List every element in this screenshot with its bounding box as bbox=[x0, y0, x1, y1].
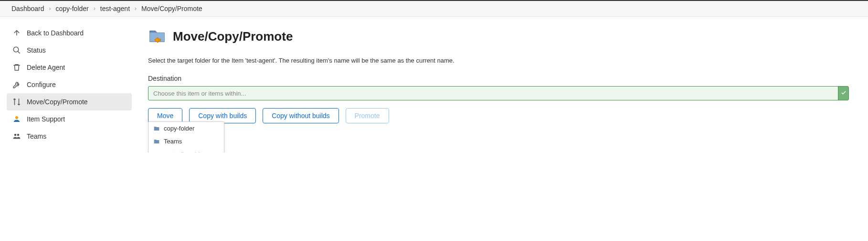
action-buttons: Move Copy with builds Copy without build… bbox=[148, 108, 849, 123]
sidebar-item-delete[interactable]: Delete Agent bbox=[7, 59, 132, 76]
breadcrumb-item-dashboard[interactable]: Dashboard bbox=[11, 5, 44, 12]
server-icon bbox=[153, 151, 160, 153]
sidebar-item-label: Back to Dashboard bbox=[27, 29, 84, 37]
dropdown-item-label: copy-folder bbox=[164, 125, 194, 132]
svg-point-0 bbox=[13, 47, 19, 52]
chevron-right-icon: › bbox=[135, 5, 137, 12]
main-content: Move/Copy/Promote Select the target fold… bbox=[138, 17, 868, 153]
dropdown-item-label: controller-old bbox=[164, 151, 200, 153]
search-icon bbox=[12, 46, 21, 55]
dropdown-item-copy-folder[interactable]: copy-folder bbox=[148, 122, 224, 135]
sidebar-item-label: Teams bbox=[27, 132, 46, 140]
person-icon bbox=[12, 115, 21, 123]
svg-point-3 bbox=[17, 134, 20, 136]
promote-button: Promote bbox=[346, 108, 389, 123]
folder-move-icon bbox=[148, 27, 166, 45]
wrench-icon bbox=[12, 80, 21, 89]
svg-point-1 bbox=[15, 116, 18, 119]
folder-icon bbox=[153, 125, 160, 132]
trash-icon bbox=[12, 63, 21, 72]
destination-input[interactable] bbox=[148, 87, 838, 100]
breadcrumb: Dashboard › copy-folder › test-agent › M… bbox=[0, 0, 868, 17]
sidebar-item-label: Delete Agent bbox=[27, 64, 65, 71]
breadcrumb-item-current: Move/Copy/Promote bbox=[141, 5, 202, 12]
sidebar-item-label: Item Support bbox=[27, 115, 65, 123]
arrow-up-icon bbox=[12, 29, 21, 37]
sidebar-item-teams[interactable]: Teams bbox=[7, 128, 132, 145]
dropdown-item-controller-old: controller-old bbox=[148, 148, 224, 153]
sidebar-item-status[interactable]: Status bbox=[7, 42, 132, 59]
dropdown-item-teams[interactable]: Teams bbox=[148, 135, 224, 148]
breadcrumb-item-copy-folder[interactable]: copy-folder bbox=[56, 5, 89, 12]
chevron-right-icon: › bbox=[49, 5, 51, 12]
check-icon bbox=[841, 89, 847, 97]
folder-icon bbox=[153, 138, 160, 145]
sidebar-item-label: Move/Copy/Promote bbox=[27, 98, 88, 106]
page-description: Select the target folder for the Item 't… bbox=[148, 57, 849, 64]
sidebar: Back to Dashboard Status Delete Agent Co… bbox=[0, 17, 138, 153]
sidebar-item-move-copy-promote[interactable]: Move/Copy/Promote bbox=[7, 93, 132, 110]
sidebar-item-support[interactable]: Item Support bbox=[7, 110, 132, 128]
sidebar-item-label: Configure bbox=[27, 81, 56, 88]
sidebar-item-configure[interactable]: Configure bbox=[7, 76, 132, 93]
sidebar-item-back[interactable]: Back to Dashboard bbox=[7, 24, 132, 42]
chevron-right-icon: › bbox=[94, 5, 95, 12]
svg-point-2 bbox=[14, 134, 17, 136]
destination-label: Destination bbox=[148, 75, 849, 82]
move-icon bbox=[12, 98, 21, 106]
destination-dropdown: copy-folder Teams controller-old control… bbox=[148, 121, 224, 153]
page-title-row: Move/Copy/Promote bbox=[148, 27, 849, 45]
copy-without-builds-button[interactable]: Copy without builds bbox=[263, 108, 339, 123]
confirm-button[interactable] bbox=[838, 87, 848, 100]
page-title: Move/Copy/Promote bbox=[173, 29, 293, 44]
svg-rect-4 bbox=[154, 152, 159, 153]
destination-combo[interactable] bbox=[148, 86, 849, 100]
people-icon bbox=[12, 132, 21, 141]
dropdown-item-label: Teams bbox=[164, 138, 182, 145]
breadcrumb-item-test-agent[interactable]: test-agent bbox=[100, 5, 130, 12]
sidebar-item-label: Status bbox=[27, 46, 46, 54]
